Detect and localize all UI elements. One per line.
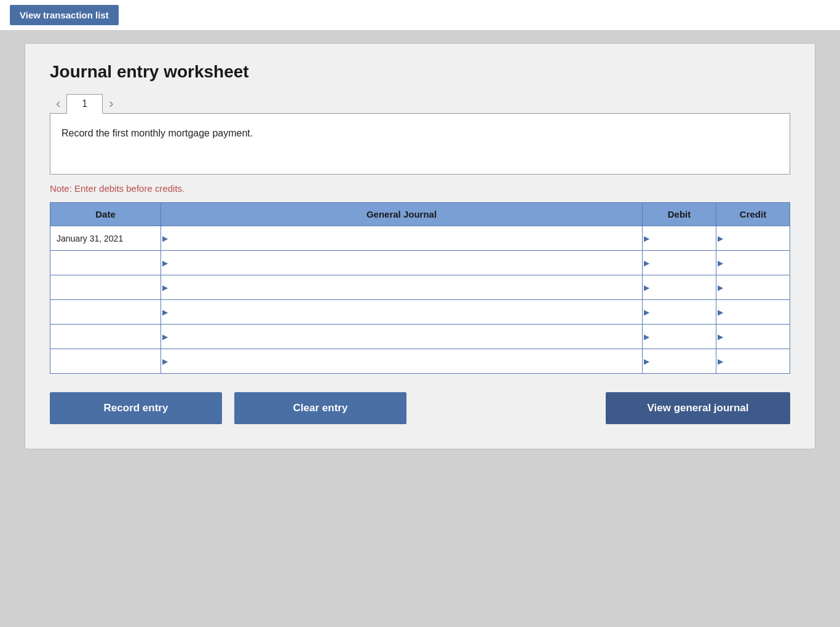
view-transaction-button[interactable]: View transaction list xyxy=(10,5,119,25)
journal-input-1[interactable] xyxy=(161,251,642,275)
debit-cell-0[interactable]: ▶ xyxy=(643,226,716,251)
credit-input-5[interactable] xyxy=(716,349,790,373)
debit-input-1[interactable] xyxy=(643,251,716,275)
description-text: Record the first monthly mortgage paymen… xyxy=(61,128,253,138)
debit-cell-5[interactable]: ▶ xyxy=(643,349,716,374)
credit-cell-2[interactable]: ▶ xyxy=(716,275,790,300)
table-row: ▶▶▶ xyxy=(50,325,790,349)
debit-cell-2[interactable]: ▶ xyxy=(643,275,716,300)
tab-active[interactable]: 1 xyxy=(66,94,103,114)
journal-input-0[interactable] xyxy=(161,226,642,250)
debit-cell-3[interactable]: ▶ xyxy=(643,300,716,325)
worksheet-title: Journal entry worksheet xyxy=(50,62,790,82)
credit-input-3[interactable] xyxy=(716,300,790,324)
credit-input-1[interactable] xyxy=(716,251,790,275)
tab-next-button[interactable]: › xyxy=(103,95,119,113)
col-header-debit: Debit xyxy=(643,203,716,226)
credit-input-4[interactable] xyxy=(716,325,790,349)
credit-cell-1[interactable]: ▶ xyxy=(716,251,790,275)
table-row: ▶▶▶ xyxy=(50,349,790,374)
credit-cell-4[interactable]: ▶ xyxy=(716,325,790,349)
debit-input-2[interactable] xyxy=(643,275,716,299)
date-cell-5 xyxy=(50,349,161,374)
date-cell-3 xyxy=(50,300,161,325)
debit-input-4[interactable] xyxy=(643,325,716,349)
journal-input-4[interactable] xyxy=(161,325,642,349)
date-cell-4 xyxy=(50,325,161,349)
journal-table: Date General Journal Debit Credit Januar… xyxy=(50,202,790,374)
journal-cell-3[interactable]: ▶ xyxy=(161,300,643,325)
debit-cell-1[interactable]: ▶ xyxy=(643,251,716,275)
journal-cell-5[interactable]: ▶ xyxy=(161,349,643,374)
credit-cell-0[interactable]: ▶ xyxy=(716,226,790,251)
top-bar: View transaction list xyxy=(0,0,840,31)
table-row: January 31, 2021▶▶▶ xyxy=(50,226,790,251)
record-entry-button[interactable]: Record entry xyxy=(50,392,222,424)
main-container: Journal entry worksheet ‹ 1 › Record the… xyxy=(25,43,815,449)
journal-cell-2[interactable]: ▶ xyxy=(161,275,643,300)
credit-cell-5[interactable]: ▶ xyxy=(716,349,790,374)
note-text: Note: Enter debits before credits. xyxy=(50,183,790,194)
journal-input-5[interactable] xyxy=(161,349,642,373)
table-row: ▶▶▶ xyxy=(50,275,790,300)
col-header-credit: Credit xyxy=(716,203,790,226)
col-header-journal: General Journal xyxy=(161,203,643,226)
debit-cell-4[interactable]: ▶ xyxy=(643,325,716,349)
tab-navigation: ‹ 1 › xyxy=(50,94,790,113)
table-row: ▶▶▶ xyxy=(50,251,790,275)
journal-cell-0[interactable]: ▶ xyxy=(161,226,643,251)
date-cell-0: January 31, 2021 xyxy=(50,226,161,251)
table-row: ▶▶▶ xyxy=(50,300,790,325)
debit-input-3[interactable] xyxy=(643,300,716,324)
date-cell-2 xyxy=(50,275,161,300)
buttons-row: Record entry Clear entry View general jo… xyxy=(50,392,790,424)
clear-entry-button[interactable]: Clear entry xyxy=(234,392,406,424)
debit-input-0[interactable] xyxy=(643,226,716,250)
credit-input-0[interactable] xyxy=(716,226,790,250)
view-general-journal-button[interactable]: View general journal xyxy=(606,392,790,424)
date-cell-1 xyxy=(50,251,161,275)
journal-input-3[interactable] xyxy=(161,300,642,324)
journal-input-2[interactable] xyxy=(161,275,642,299)
tab-prev-button[interactable]: ‹ xyxy=(50,95,66,113)
journal-cell-1[interactable]: ▶ xyxy=(161,251,643,275)
credit-input-2[interactable] xyxy=(716,275,790,299)
credit-cell-3[interactable]: ▶ xyxy=(716,300,790,325)
debit-input-5[interactable] xyxy=(643,349,716,373)
table-header-row: Date General Journal Debit Credit xyxy=(50,203,790,226)
col-header-date: Date xyxy=(50,203,161,226)
description-box: Record the first monthly mortgage paymen… xyxy=(50,113,790,175)
journal-cell-4[interactable]: ▶ xyxy=(161,325,643,349)
